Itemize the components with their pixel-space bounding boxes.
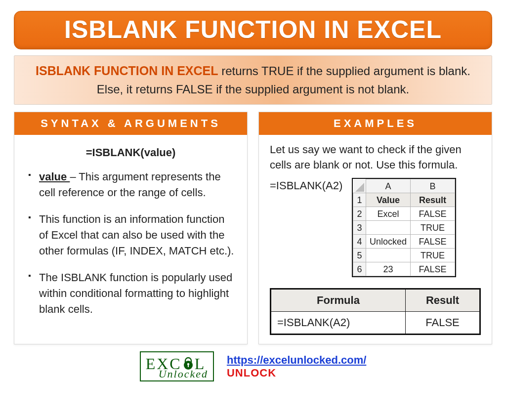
row-header-3: 3: [353, 221, 366, 235]
examples-row: =ISBLANK(A2) A B 1 Value: [270, 178, 481, 277]
result-head-result: Result: [406, 290, 480, 312]
arg-value-item: value – This argument represents the cel…: [28, 169, 236, 201]
result-table: Formula Result =ISBLANK(A2) FALSE: [270, 288, 481, 335]
cell-b6: FALSE: [411, 262, 455, 276]
arg-name: value: [39, 170, 70, 183]
syntax-formula: =ISBLANK(value): [25, 145, 236, 161]
cell-b4: FALSE: [411, 235, 455, 249]
cell-a3: [366, 221, 411, 235]
cell-a4: Unlocked: [366, 235, 411, 249]
cell-b5: TRUE: [411, 249, 455, 262]
cell-a6: 23: [366, 262, 411, 276]
syntax-point-3: The ISBLANK function is popularly used w…: [28, 270, 236, 317]
row-header-4: 4: [353, 235, 366, 249]
description-lead: ISBLANK FUNCTION IN EXCEL: [36, 64, 218, 78]
description-box: ISBLANK FUNCTION IN EXCEL returns TRUE i…: [14, 55, 492, 105]
col-header-b: B: [411, 179, 455, 193]
svg-rect-3: [188, 365, 189, 367]
columns: SYNTAX & ARGUMENTS =ISBLANK(value) value…: [14, 112, 492, 345]
examples-body: Let us say we want to check if the given…: [259, 135, 492, 344]
examples-intro: Let us say we want to check if the given…: [270, 142, 481, 173]
excel-mini-sheet: A B 1 Value Result 2 Excel FALSE: [352, 178, 456, 277]
cell-b2: FALSE: [411, 207, 455, 221]
cell-b1: Result: [411, 193, 455, 207]
cell-a2: Excel: [366, 207, 411, 221]
lock-icon: [182, 356, 195, 372]
result-head-formula: Formula: [271, 290, 406, 312]
row-header-1: 1: [353, 193, 366, 207]
logo: EXCL Unlocked: [140, 351, 214, 381]
col-header-a: A: [366, 179, 411, 193]
unlock-label: UNLOCK: [227, 367, 276, 379]
syntax-body: =ISBLANK(value) value – This argument re…: [14, 135, 247, 344]
page-title-bar: ISBLANK FUNCTION IN EXCEL: [14, 11, 492, 49]
result-cell-formula: =ISBLANK(A2): [271, 312, 406, 334]
cell-a5: [366, 249, 411, 262]
examples-panel: EXAMPLES Let us say we want to check if …: [258, 112, 492, 345]
examples-header: EXAMPLES: [259, 112, 492, 135]
svg-marker-0: [355, 183, 364, 192]
syntax-panel: SYNTAX & ARGUMENTS =ISBLANK(value) value…: [14, 112, 248, 345]
footer: EXCL Unlocked https://excelunlocked.com/…: [14, 351, 492, 381]
footer-links: https://excelunlocked.com/ UNLOCK: [227, 354, 366, 379]
result-cell-result: FALSE: [406, 312, 480, 334]
syntax-point-2: This function is an information function…: [28, 211, 236, 259]
syntax-header: SYNTAX & ARGUMENTS: [14, 112, 247, 135]
syntax-bullets: value – This argument represents the cel…: [25, 169, 236, 317]
row-header-2: 2: [353, 207, 366, 221]
sheet-corner: [353, 179, 366, 193]
example-formula: =ISBLANK(A2): [270, 178, 344, 194]
row-header-5: 5: [353, 249, 366, 262]
cell-a1: Value: [366, 193, 411, 207]
row-header-6: 6: [353, 262, 366, 276]
site-link[interactable]: https://excelunlocked.com/: [227, 354, 366, 366]
page-title: ISBLANK FUNCTION IN EXCEL: [14, 15, 492, 44]
cell-b3: TRUE: [411, 221, 455, 235]
